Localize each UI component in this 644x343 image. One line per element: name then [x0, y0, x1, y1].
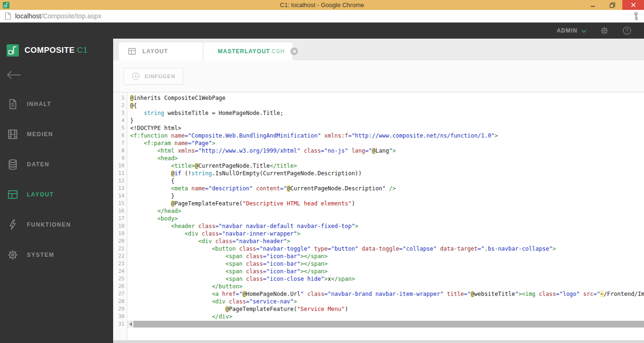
back-arrow-button[interactable] — [7, 71, 22, 79]
plus-circle-icon — [132, 72, 140, 81]
sidebar-nav: INHALTMEDIENDATENLAYOUTFUNKTIONENSYSTEM — [0, 89, 113, 270]
code-line: <button class="navbar-toggle" type="butt… — [127, 245, 644, 253]
sidebar-item-daten[interactable]: DATEN — [0, 149, 113, 180]
code-line: @PageTemplateFeature("Service Menu") — [127, 305, 644, 313]
page-icon — [5, 12, 11, 20]
code-line: @inherits CompositeC1WebPage — [127, 94, 644, 102]
chevron-down-icon — [581, 26, 586, 35]
horizontal-scrollbar[interactable] — [127, 320, 644, 328]
url-host: localhost — [15, 12, 41, 20]
tab-label-ext: .CSH — [270, 48, 285, 55]
code-line: <f:param name="Page"> — [127, 139, 644, 147]
code-line: string websiteTitle = HomePageNode.Title… — [127, 109, 644, 117]
admin-menu[interactable]: ADMIN — [557, 26, 586, 35]
composite-logo-icon — [7, 44, 19, 57]
code-line: <div class="service-nav"> — [127, 298, 644, 305]
code-area[interactable]: @inherits CompositeC1WebPage@{ string we… — [127, 92, 644, 340]
code-line: <a href="@HomePageNode.Url" class="navba… — [127, 290, 644, 298]
code-line: <span class="icon-bar"></span> — [127, 268, 644, 275]
tab-label: MASTERLAYOUT.CSH — [218, 48, 285, 55]
code-line: } — [127, 192, 644, 200]
app-topbar: ADMIN ? — [0, 23, 644, 39]
chrome-window: C1: localhost - Google Chrome localhost/… — [0, 0, 644, 343]
brand-text: COMPOSITEC1 — [25, 46, 88, 55]
scrollbar-thumb[interactable] — [133, 321, 644, 327]
sidebar-item-label: FUNKTIONEN — [27, 221, 71, 228]
database-icon — [7, 158, 19, 171]
document-area: EINFÜGEN 1234567891011121314151617181920… — [113, 60, 644, 343]
code-line: <meta name="description" content="@Curre… — [127, 185, 644, 192]
sidebar: COMPOSITEC1 INHALTMEDIENDATENLAYOUTFUNKT… — [0, 39, 113, 343]
code-line: </button> — [127, 283, 644, 290]
window-titlebar: C1: localhost - Google Chrome — [0, 0, 644, 10]
code-line: <span class="icon-bar"></span> — [127, 260, 644, 268]
layout-icon — [127, 47, 137, 56]
minimize-button[interactable] — [583, 0, 603, 10]
code-line: </head> — [127, 207, 644, 215]
browser-address-bar[interactable]: localhost/Composite/top.aspx — [0, 10, 644, 23]
layout-icon — [7, 188, 19, 201]
film-icon — [7, 128, 19, 140]
sidebar-item-label: DATEN — [27, 161, 50, 168]
sidebar-item-label: INHALT — [27, 101, 51, 107]
code-line: <div class="navbar-inner-wrapper"> — [127, 230, 644, 237]
code-editor[interactable]: 1234567891011121314151617181920212223242… — [113, 92, 644, 340]
sidebar-item-label: MEDIEN — [27, 131, 53, 138]
code-line: { — [127, 177, 644, 185]
tab-label: LAYOUT — [142, 48, 168, 55]
url-path: /Composite/top.aspx — [41, 12, 101, 20]
code-line: @if (!string.IsNullOrEmpty(CurrentPageNo… — [127, 170, 644, 177]
code-line: <f:function name="Composite.Web.Bundling… — [127, 132, 644, 139]
sidebar-item-medien[interactable]: MEDIEN — [0, 119, 113, 149]
sidebar-item-funktionen[interactable]: FUNKTIONEN — [0, 210, 113, 240]
brand-suffix: C1 — [77, 46, 88, 55]
code-line: <body> — [127, 215, 644, 222]
code-line: </div> — [127, 313, 644, 320]
restore-button[interactable] — [603, 0, 622, 10]
scroll-left-icon[interactable] — [129, 322, 132, 327]
tab-layout[interactable]: LAYOUT — [119, 42, 203, 60]
code-line: <!DOCTYPE html> — [127, 124, 644, 132]
code-line: <title>@CurrentPageNode.Title</title> — [127, 162, 644, 170]
workspace: LAYOUT MASTERLAYOUT.CSH ✕ EINF — [113, 39, 644, 343]
code-line: <div class="navbar-header"> — [127, 237, 644, 245]
document-icon — [7, 98, 19, 110]
tab-strip: LAYOUT MASTERLAYOUT.CSH ✕ — [113, 39, 644, 60]
code-lines: @inherits CompositeC1WebPage@{ string we… — [127, 94, 644, 320]
sidebar-item-label: LAYOUT — [27, 191, 54, 198]
close-tab-icon[interactable]: ✕ — [290, 48, 298, 55]
code-line: <head> — [127, 155, 644, 162]
code-line: @{ — [127, 102, 644, 109]
key-icon[interactable] — [633, 11, 639, 21]
editor-toolbar: EINFÜGEN — [113, 60, 644, 92]
window-title: C1: localhost - Google Chrome — [0, 0, 644, 10]
bolt-icon — [7, 219, 19, 231]
admin-label: ADMIN — [557, 27, 578, 34]
brand: COMPOSITEC1 — [0, 39, 113, 57]
sidebar-item-label: SYSTEM — [27, 252, 54, 258]
brand-name: COMPOSITE — [25, 46, 75, 55]
insert-button-label: EINFÜGEN — [145, 74, 175, 79]
sidebar-item-system[interactable]: SYSTEM — [0, 240, 113, 270]
code-line: @PageTemplateFeature("Descriptive HTML h… — [127, 200, 644, 207]
code-line: } — [127, 117, 644, 124]
svg-text:?: ? — [626, 28, 628, 33]
line-numbers: 1234567891011121314151617181920212223242… — [113, 92, 127, 340]
close-button[interactable] — [622, 0, 644, 10]
settings-gear-icon[interactable] — [600, 26, 609, 35]
insert-button[interactable]: EINFÜGEN — [124, 68, 183, 85]
gear-icon — [7, 249, 19, 261]
code-line: <header class="navbar navbar-default nav… — [127, 222, 644, 230]
code-line: <html xmlns="http://www.w3.org/1999/xhtm… — [127, 147, 644, 155]
tab-masterlayout[interactable]: MASTERLAYOUT.CSH ✕ — [204, 42, 292, 60]
sidebar-item-inhalt[interactable]: INHALT — [0, 89, 113, 119]
help-icon[interactable]: ? — [622, 26, 632, 35]
bottom-strip — [113, 340, 644, 343]
code-line: <span class="icon-close hide">x</span> — [127, 275, 644, 283]
sidebar-item-layout[interactable]: LAYOUT — [0, 180, 113, 210]
url-text: localhost/Composite/top.aspx — [15, 12, 101, 20]
code-line: <span class="icon-bar"></span> — [127, 253, 644, 260]
